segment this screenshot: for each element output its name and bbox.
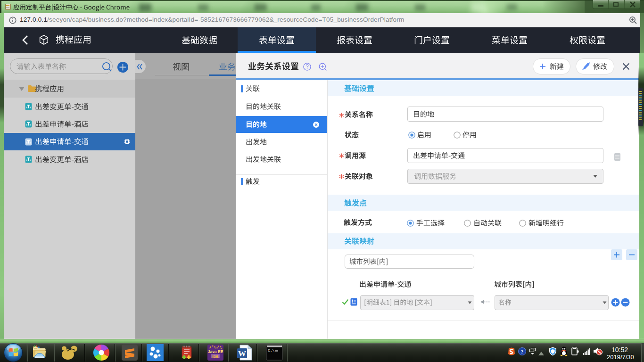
svg-text:C:\: C:\ <box>268 348 275 353</box>
svg-text:IDE: IDE <box>212 354 219 359</box>
svg-text:W: W <box>238 349 246 358</box>
svg-text:Java EE: Java EE <box>208 349 223 354</box>
svg-text:?: ? <box>521 349 524 354</box>
